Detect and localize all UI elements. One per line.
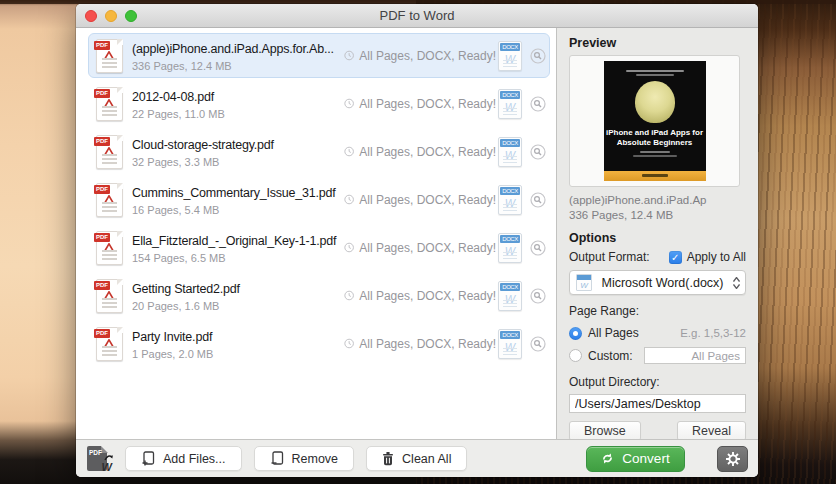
output-directory-input[interactable] (569, 394, 746, 413)
options-heading: Options (569, 231, 746, 245)
reveal-button[interactable]: Reveal (677, 421, 746, 439)
file-status-text: All Pages, DOCX, Ready! (359, 97, 496, 111)
remove-file-icon (270, 451, 284, 466)
pdf-file-icon: PDF (96, 39, 123, 73)
magnifier-icon (530, 48, 546, 64)
file-status-text: All Pages, DOCX, Ready! (359, 337, 496, 351)
file-info: 20 Pages, 1.6 MB (132, 300, 344, 312)
file-info: 1 Pages, 2.0 MB (132, 348, 344, 360)
settings-button[interactable] (717, 446, 748, 472)
preview-magnifier-button[interactable] (530, 144, 546, 160)
file-info: 336 Pages, 12.4 MB (132, 60, 344, 72)
clock-status-icon (344, 146, 354, 157)
preview-heading: Preview (569, 36, 746, 50)
custom-range-input[interactable] (644, 347, 746, 364)
bottom-toolbar: PDF W Add Files... Remove (76, 439, 758, 477)
all-pages-label: All Pages (588, 326, 639, 340)
file-name: Getting Started2.pdf (132, 282, 240, 296)
file-row[interactable]: PDF 2012-04-08.pdf 22 Pages, 11.0 MB All (88, 81, 550, 126)
file-row[interactable]: PDF (apple)iPhone.and.iPad.Apps.for.Ab..… (88, 33, 550, 78)
book-cover-thumbnail: iPhone and iPad Apps for Absolute Beginn… (604, 61, 706, 181)
title-bar: PDF to Word (76, 4, 758, 28)
app-logo-icon: PDF W (86, 445, 113, 473)
file-name: Party Invite.pdf (132, 330, 212, 344)
pdf-file-icon: PDF (96, 279, 123, 313)
clock-status-icon (344, 194, 354, 205)
convert-button[interactable]: Convert (586, 446, 685, 472)
app-window: PDF to Word PDF (apple)iPhone.and.iPad.A… (76, 4, 758, 477)
preview-magnifier-button[interactable] (530, 48, 546, 64)
file-row[interactable]: PDF Cloud-storage-strategy.pdf 32 Pages,… (88, 129, 550, 174)
custom-range-label: Custom: (588, 349, 633, 363)
docx-file-icon: DOCX W (498, 233, 522, 263)
add-file-icon (141, 451, 155, 466)
file-name: 2012-04-08.pdf (132, 90, 214, 104)
file-row[interactable]: PDF Getting Started2.pdf 20 Pages, 1.6 M… (88, 273, 550, 318)
file-name: Cloud-storage-strategy.pdf (132, 138, 274, 152)
clock-status-icon (344, 242, 354, 253)
settings-panel: Preview iPhone and iPad Apps for Absolut… (556, 28, 758, 439)
browse-button[interactable]: Browse (569, 421, 641, 439)
file-info: 154 Pages, 6.5 MB (132, 252, 344, 264)
remove-button[interactable]: Remove (254, 446, 355, 471)
file-name: Cummins_Commentary_Issue_31.pdf (132, 186, 336, 200)
book-title-line1: iPhone and iPad Apps for (606, 128, 703, 137)
apply-to-all-control[interactable]: ✓ Apply to All (669, 250, 746, 264)
convert-sync-icon (601, 452, 614, 465)
pdf-file-icon: PDF (96, 87, 123, 121)
file-row[interactable]: PDF Ella_Fitzterald_-_Original_Key-1-1.p… (88, 225, 550, 270)
preview-magnifier-button[interactable] (530, 288, 546, 304)
output-format-label: Output Format: (569, 250, 650, 264)
file-status-text: All Pages, DOCX, Ready! (359, 145, 496, 159)
pdf-file-icon: PDF (96, 135, 123, 169)
file-row[interactable]: PDF Party Invite.pdf 1 Pages, 2.0 MB All (88, 321, 550, 366)
output-format-select[interactable]: W Microsoft Word(.docx) (569, 270, 746, 295)
preview-magnifier-button[interactable] (530, 240, 546, 256)
clock-status-icon (344, 290, 354, 301)
file-status-text: All Pages, DOCX, Ready! (359, 49, 496, 63)
file-info: 22 Pages, 11.0 MB (132, 108, 344, 120)
clean-all-button[interactable]: Clean All (366, 446, 467, 471)
add-files-button[interactable]: Add Files... (125, 446, 242, 471)
word-doc-icon: W (576, 274, 592, 291)
file-row[interactable]: PDF Cummins_Commentary_Issue_31.pdf 16 P… (88, 177, 550, 222)
file-status-text: All Pages, DOCX, Ready! (359, 289, 496, 303)
preview-magnifier-button[interactable] (530, 192, 546, 208)
custom-range-radio[interactable] (569, 349, 582, 362)
clock-status-icon (344, 98, 354, 109)
preview-box: iPhone and iPad Apps for Absolute Beginn… (569, 55, 740, 187)
file-info: 32 Pages, 3.3 MB (132, 156, 344, 168)
magnifier-icon (530, 144, 546, 160)
file-name: (apple)iPhone.and.iPad.Apps.for.Ab... (132, 42, 334, 56)
main-content: PDF (apple)iPhone.and.iPad.Apps.for.Ab..… (76, 28, 758, 439)
range-example-hint: E.g. 1,5,3-12 (680, 327, 746, 339)
output-format-value: Microsoft Word(.docx) (592, 276, 733, 290)
minimize-button[interactable] (105, 10, 117, 22)
zoom-button[interactable] (125, 10, 137, 22)
file-status-text: All Pages, DOCX, Ready! (359, 241, 496, 255)
window-title: PDF to Word (380, 8, 455, 23)
docx-file-icon: DOCX W (498, 185, 522, 215)
book-title-line2: Absolute Beginners (617, 138, 693, 147)
file-status-text: All Pages, DOCX, Ready! (359, 193, 496, 207)
preview-file-name: (apple)iPhone.and.iPad.Ap (569, 194, 746, 206)
clock-status-icon (344, 338, 354, 349)
docx-file-icon: DOCX W (498, 41, 522, 71)
preview-magnifier-button[interactable] (530, 96, 546, 112)
book-cover-art (635, 81, 675, 123)
magnifier-icon (530, 192, 546, 208)
pdf-file-icon: PDF (96, 327, 123, 361)
close-button[interactable] (85, 10, 97, 22)
docx-file-icon: DOCX W (498, 89, 522, 119)
select-stepper-icon (733, 277, 740, 289)
output-directory-label: Output Directory: (569, 375, 746, 389)
preview-file-info: 336 Pages, 12.4 MB (569, 209, 746, 221)
all-pages-radio[interactable] (569, 327, 582, 340)
window-controls (85, 10, 137, 22)
trash-icon (382, 452, 394, 466)
file-list: PDF (apple)iPhone.and.iPad.Apps.for.Ab..… (76, 28, 556, 439)
apply-to-all-checkbox[interactable]: ✓ (669, 251, 682, 264)
magnifier-icon (530, 96, 546, 112)
magnifier-icon (530, 336, 546, 352)
preview-magnifier-button[interactable] (530, 336, 546, 352)
